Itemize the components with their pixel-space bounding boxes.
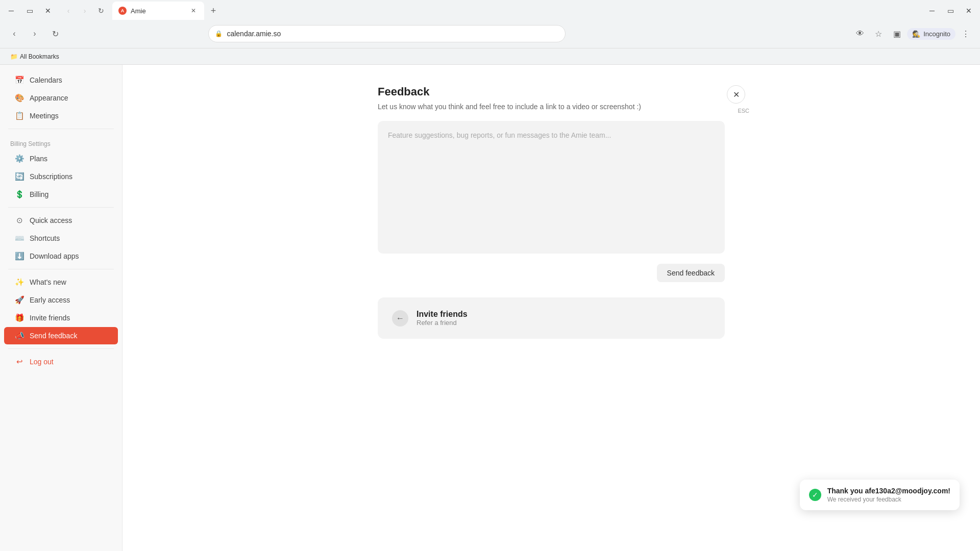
bookmarks-folder-icon: 📁 xyxy=(10,53,18,60)
sidebar-divider-4 xyxy=(8,348,114,349)
tab-bar: ─ ▭ ✕ ‹ › ↻ A Amie ✕ + ─ ▭ ✕ xyxy=(0,0,980,21)
toast-title: Thank you afe130a2@moodjoy.com! xyxy=(827,487,950,495)
incognito-icon: 🕵 xyxy=(912,30,920,38)
invite-icon: 🎁 xyxy=(14,313,24,322)
maximize-button[interactable]: ▭ xyxy=(22,4,37,18)
main-content: ✕ ESC Feedback Let us know what you thin… xyxy=(122,65,980,551)
sidebar-item-label-download-apps: Download apps xyxy=(30,252,79,260)
sidebar-item-label-calendars: Calendars xyxy=(30,76,62,84)
sidebar-item-label-invite-friends: Invite friends xyxy=(30,314,70,322)
navigation-buttons: ‹ › ↻ xyxy=(61,4,108,18)
minimize-button[interactable]: ─ xyxy=(4,4,18,18)
sidebar-item-label-send-feedback: Send feedback xyxy=(30,332,77,340)
sidebar-item-calendars[interactable]: 📅 Calendars xyxy=(4,71,118,89)
appearance-icon: 🎨 xyxy=(14,93,24,103)
send-feedback-button[interactable]: Send feedback xyxy=(657,264,725,282)
sidebar-item-plans[interactable]: ⚙️ Plans xyxy=(4,150,118,167)
send-feedback-icon: 📣 xyxy=(14,331,24,340)
meetings-icon: 📋 xyxy=(14,111,24,120)
sidebar-item-label-whats-new: What's new xyxy=(30,278,66,286)
star-button[interactable]: ☆ xyxy=(870,26,887,42)
tab-title: Amie xyxy=(131,7,146,15)
billing-section-label: Billing Settings xyxy=(0,133,122,149)
invite-card-content: Invite friends Refer a friend xyxy=(416,310,468,327)
forward-button[interactable]: › xyxy=(78,4,92,18)
sidebar-item-shortcuts[interactable]: ⌨️ Shortcuts xyxy=(4,230,118,247)
invite-card-subtitle: Refer a friend xyxy=(416,319,468,327)
tab-favicon: A xyxy=(118,7,127,15)
sidebar-item-label-billing: Billing xyxy=(30,190,48,198)
browser-chrome: ─ ▭ ✕ ‹ › ↻ A Amie ✕ + ─ ▭ ✕ ‹ › ↻ 🔒 cal… xyxy=(0,0,980,48)
sidebar-item-appearance[interactable]: 🎨 Appearance xyxy=(4,89,118,107)
win-minimize-button[interactable]: ─ xyxy=(925,4,939,18)
incognito-badge[interactable]: 🕵 Incognito xyxy=(907,28,955,40)
active-tab[interactable]: A Amie ✕ xyxy=(112,2,204,20)
bookmarks-item-all[interactable]: 📁 All Bookmarks xyxy=(6,52,63,61)
sidebar-item-early-access[interactable]: 🚀 Early access xyxy=(4,291,118,309)
sidebar-item-invite-friends[interactable]: 🎁 Invite friends xyxy=(4,309,118,327)
sidebar-divider-3 xyxy=(8,269,114,269)
sidebar-item-label-appearance: Appearance xyxy=(30,94,68,102)
reload-nav-button[interactable]: ↻ xyxy=(47,26,63,42)
sidebar-toggle-button[interactable]: ▣ xyxy=(889,26,905,42)
win-close-button[interactable]: ✕ xyxy=(962,4,976,18)
feedback-close-button[interactable]: ✕ xyxy=(727,85,745,104)
toast-subtitle: We received your feedback xyxy=(827,496,950,503)
billing-icon: 💲 xyxy=(14,190,24,199)
window-controls-right: ─ ▭ ✕ xyxy=(925,4,976,18)
win-maximize-button[interactable]: ▭ xyxy=(943,4,958,18)
eye-off-button[interactable]: 👁 xyxy=(852,26,868,42)
sidebar-item-quick-access[interactable]: ⊙ Quick access xyxy=(4,212,118,229)
sidebar-item-label-quick-access: Quick access xyxy=(30,216,72,224)
download-icon: ⬇️ xyxy=(14,252,24,261)
sidebar-item-label-plans: Plans xyxy=(30,155,47,163)
new-tab-button[interactable]: + xyxy=(206,4,220,18)
close-button[interactable]: ✕ xyxy=(41,4,55,18)
sidebar-item-label-meetings: Meetings xyxy=(30,112,59,120)
sidebar-item-label-shortcuts: Shortcuts xyxy=(30,234,60,242)
sidebar-item-label-early-access: Early access xyxy=(30,296,70,304)
feedback-actions: Send feedback xyxy=(378,264,725,282)
plans-icon: ⚙️ xyxy=(14,154,24,163)
toolbar: ‹ › ↻ 🔒 calendar.amie.so 👁 ☆ ▣ 🕵 Incogni… xyxy=(0,21,980,46)
back-nav-button[interactable]: ‹ xyxy=(6,26,22,42)
sidebar-item-send-feedback[interactable]: 📣 Send feedback xyxy=(4,327,118,344)
toast-notification: ✓ Thank you afe130a2@moodjoy.com! We rec… xyxy=(800,480,960,510)
sidebar-item-label-logout: Log out xyxy=(30,358,54,366)
sidebar-item-billing[interactable]: 💲 Billing xyxy=(4,186,118,203)
reload-button[interactable]: ↻ xyxy=(94,4,108,18)
early-access-icon: 🚀 xyxy=(14,295,24,305)
sidebar-item-meetings[interactable]: 📋 Meetings xyxy=(4,107,118,124)
calendars-icon: 📅 xyxy=(14,76,24,85)
back-button[interactable]: ‹ xyxy=(61,4,76,18)
feedback-title: Feedback xyxy=(378,85,725,98)
tab-close-button[interactable]: ✕ xyxy=(189,6,198,15)
bookmarks-label: All Bookmarks xyxy=(20,53,59,60)
window-controls-left: ─ ▭ ✕ xyxy=(4,4,55,18)
sidebar-item-download-apps[interactable]: ⬇️ Download apps xyxy=(4,247,118,265)
logout-icon: ↩ xyxy=(14,357,24,366)
forward-nav-button[interactable]: › xyxy=(27,26,43,42)
menu-button[interactable]: ⋮ xyxy=(958,26,974,42)
app-layout: 📅 Calendars 🎨 Appearance 📋 Meetings Bill… xyxy=(0,65,980,551)
toast-content: Thank you afe130a2@moodjoy.com! We recei… xyxy=(827,487,950,503)
sidebar-item-logout[interactable]: ↩ Log out xyxy=(4,353,118,370)
address-text: calendar.amie.so xyxy=(227,30,281,38)
invite-card: ← Invite friends Refer a friend xyxy=(378,297,725,339)
invite-card-back-button[interactable]: ← xyxy=(392,310,408,327)
incognito-label: Incognito xyxy=(923,30,950,38)
quick-access-icon: ⊙ xyxy=(14,216,24,225)
toast-success-icon: ✓ xyxy=(809,489,821,501)
shortcuts-icon: ⌨️ xyxy=(14,234,24,243)
sidebar-divider-2 xyxy=(8,207,114,208)
sidebar-item-subscriptions[interactable]: 🔄 Subscriptions xyxy=(4,168,118,185)
feedback-textarea[interactable] xyxy=(378,121,725,254)
address-bar[interactable]: 🔒 calendar.amie.so xyxy=(208,25,566,42)
bookmarks-bar: 📁 All Bookmarks xyxy=(0,48,980,65)
sidebar-item-whats-new[interactable]: ✨ What's new xyxy=(4,273,118,291)
esc-label: ESC xyxy=(738,108,749,114)
feedback-panel: ✕ ESC Feedback Let us know what you thin… xyxy=(378,85,725,282)
toolbar-right: 👁 ☆ ▣ 🕵 Incognito ⋮ xyxy=(852,26,974,42)
subscriptions-icon: 🔄 xyxy=(14,172,24,181)
feedback-subtitle: Let us know what you think and feel free… xyxy=(378,103,725,111)
